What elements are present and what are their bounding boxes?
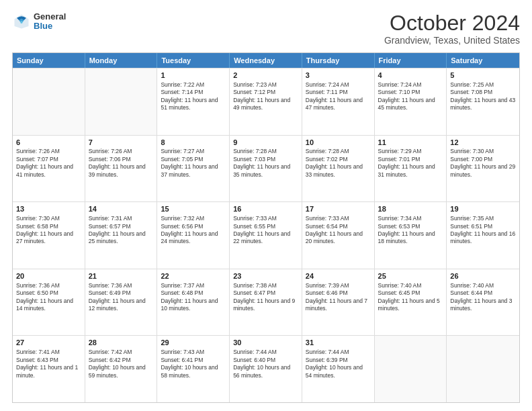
calendar-row-4: 20Sunrise: 7:36 AMSunset: 6:50 PMDayligh… <box>13 269 519 336</box>
day-number: 10 <box>306 138 371 148</box>
day-number: 9 <box>233 138 298 148</box>
cell-info: Sunrise: 7:23 AMSunset: 7:12 PMDaylight:… <box>233 81 298 112</box>
day-number: 1 <box>161 71 226 81</box>
day-number: 24 <box>306 271 371 281</box>
cell-info: Sunrise: 7:40 AMSunset: 6:45 PMDaylight:… <box>378 282 443 313</box>
cell-info: Sunrise: 7:33 AMSunset: 6:54 PMDaylight:… <box>306 215 371 246</box>
calendar-row-3: 13Sunrise: 7:30 AMSunset: 6:58 PMDayligh… <box>13 201 519 269</box>
calendar-cell: 2Sunrise: 7:23 AMSunset: 7:12 PMDaylight… <box>230 68 302 135</box>
header-day-tuesday: Tuesday <box>157 53 230 68</box>
day-number: 18 <box>378 204 443 214</box>
calendar-cell: 29Sunrise: 7:43 AMSunset: 6:41 PMDayligh… <box>157 336 230 402</box>
cell-info: Sunrise: 7:25 AMSunset: 7:08 PMDaylight:… <box>450 81 516 112</box>
page: General Blue October 2024 Grandview, Tex… <box>0 0 532 411</box>
calendar-cell: 11Sunrise: 7:29 AMSunset: 7:01 PMDayligh… <box>375 136 447 202</box>
day-number: 30 <box>233 338 298 348</box>
calendar-cell: 18Sunrise: 7:34 AMSunset: 6:53 PMDayligh… <box>375 202 447 269</box>
day-number: 8 <box>161 138 226 148</box>
calendar-row-1: 1Sunrise: 7:22 AMSunset: 7:14 PMDaylight… <box>13 68 519 135</box>
day-number: 20 <box>16 271 81 281</box>
cell-info: Sunrise: 7:37 AMSunset: 6:48 PMDaylight:… <box>161 282 226 313</box>
logo-icon <box>12 12 31 31</box>
calendar-cell: 20Sunrise: 7:36 AMSunset: 6:50 PMDayligh… <box>13 269 85 336</box>
day-number: 27 <box>16 338 81 348</box>
calendar: SundayMondayTuesdayWednesdayThursdayFrid… <box>12 52 520 403</box>
cell-info: Sunrise: 7:32 AMSunset: 6:56 PMDaylight:… <box>161 215 226 246</box>
cell-info: Sunrise: 7:29 AMSunset: 7:01 PMDaylight:… <box>378 148 443 179</box>
calendar-cell: 15Sunrise: 7:32 AMSunset: 6:56 PMDayligh… <box>157 202 230 269</box>
cell-info: Sunrise: 7:24 AMSunset: 7:11 PMDaylight:… <box>306 81 371 112</box>
cell-info: Sunrise: 7:44 AMSunset: 6:39 PMDaylight:… <box>306 349 371 379</box>
day-number: 26 <box>450 271 516 281</box>
day-number: 4 <box>378 71 443 81</box>
location: Grandview, Texas, United States <box>384 35 520 46</box>
day-number: 28 <box>89 338 154 348</box>
cell-info: Sunrise: 7:31 AMSunset: 6:57 PMDaylight:… <box>89 215 154 246</box>
day-number: 17 <box>306 204 371 214</box>
cell-info: Sunrise: 7:39 AMSunset: 6:46 PMDaylight:… <box>306 282 371 313</box>
calendar-row-2: 6Sunrise: 7:26 AMSunset: 7:07 PMDaylight… <box>13 135 519 202</box>
calendar-cell: 9Sunrise: 7:28 AMSunset: 7:03 PMDaylight… <box>230 136 302 202</box>
calendar-cell: 25Sunrise: 7:40 AMSunset: 6:45 PMDayligh… <box>375 269 447 336</box>
calendar-cell: 19Sunrise: 7:35 AMSunset: 6:51 PMDayligh… <box>447 202 519 269</box>
month-title: October 2024 <box>384 12 520 34</box>
cell-info: Sunrise: 7:33 AMSunset: 6:55 PMDaylight:… <box>233 215 298 246</box>
calendar-cell: 28Sunrise: 7:42 AMSunset: 6:42 PMDayligh… <box>85 336 158 402</box>
calendar-row-5: 27Sunrise: 7:41 AMSunset: 6:43 PMDayligh… <box>13 335 519 402</box>
header-day-thursday: Thursday <box>302 53 375 68</box>
cell-info: Sunrise: 7:24 AMSunset: 7:10 PMDaylight:… <box>378 81 443 112</box>
header-day-sunday: Sunday <box>13 53 85 68</box>
cell-info: Sunrise: 7:38 AMSunset: 6:47 PMDaylight:… <box>233 282 298 313</box>
calendar-body: 1Sunrise: 7:22 AMSunset: 7:14 PMDaylight… <box>13 68 519 402</box>
calendar-cell <box>375 336 447 402</box>
cell-info: Sunrise: 7:40 AMSunset: 6:44 PMDaylight:… <box>450 282 516 313</box>
day-number: 23 <box>233 271 298 281</box>
cell-info: Sunrise: 7:28 AMSunset: 7:02 PMDaylight:… <box>306 148 371 179</box>
calendar-cell: 4Sunrise: 7:24 AMSunset: 7:10 PMDaylight… <box>375 68 447 135</box>
calendar-cell: 31Sunrise: 7:44 AMSunset: 6:39 PMDayligh… <box>302 336 375 402</box>
day-number: 7 <box>89 138 154 148</box>
calendar-cell: 1Sunrise: 7:22 AMSunset: 7:14 PMDaylight… <box>157 68 230 135</box>
calendar-cell: 22Sunrise: 7:37 AMSunset: 6:48 PMDayligh… <box>157 269 230 336</box>
calendar-cell: 27Sunrise: 7:41 AMSunset: 6:43 PMDayligh… <box>13 336 85 402</box>
day-number: 15 <box>161 204 226 214</box>
day-number: 22 <box>161 271 226 281</box>
day-number: 19 <box>450 204 516 214</box>
calendar-cell: 30Sunrise: 7:44 AMSunset: 6:40 PMDayligh… <box>230 336 302 402</box>
calendar-cell: 26Sunrise: 7:40 AMSunset: 6:44 PMDayligh… <box>447 269 519 336</box>
cell-info: Sunrise: 7:30 AMSunset: 7:00 PMDaylight:… <box>450 148 516 179</box>
cell-info: Sunrise: 7:26 AMSunset: 7:07 PMDaylight:… <box>16 148 81 179</box>
logo-blue-text: Blue <box>34 21 66 31</box>
cell-info: Sunrise: 7:22 AMSunset: 7:14 PMDaylight:… <box>161 81 226 112</box>
calendar-cell: 6Sunrise: 7:26 AMSunset: 7:07 PMDaylight… <box>13 136 85 202</box>
calendar-cell: 21Sunrise: 7:36 AMSunset: 6:49 PMDayligh… <box>85 269 158 336</box>
logo: General Blue <box>12 12 66 32</box>
day-number: 14 <box>89 204 154 214</box>
calendar-cell <box>13 68 85 135</box>
calendar-cell: 12Sunrise: 7:30 AMSunset: 7:00 PMDayligh… <box>447 136 519 202</box>
calendar-cell: 23Sunrise: 7:38 AMSunset: 6:47 PMDayligh… <box>230 269 302 336</box>
header-day-saturday: Saturday <box>447 53 519 68</box>
cell-info: Sunrise: 7:42 AMSunset: 6:42 PMDaylight:… <box>89 349 154 379</box>
title-block: October 2024 Grandview, Texas, United St… <box>384 12 520 46</box>
calendar-cell: 8Sunrise: 7:27 AMSunset: 7:05 PMDaylight… <box>157 136 230 202</box>
calendar-cell <box>447 336 519 402</box>
cell-info: Sunrise: 7:30 AMSunset: 6:58 PMDaylight:… <box>16 215 81 246</box>
calendar-cell: 16Sunrise: 7:33 AMSunset: 6:55 PMDayligh… <box>230 202 302 269</box>
cell-info: Sunrise: 7:41 AMSunset: 6:43 PMDaylight:… <box>16 349 81 379</box>
cell-info: Sunrise: 7:27 AMSunset: 7:05 PMDaylight:… <box>161 148 226 179</box>
cell-info: Sunrise: 7:36 AMSunset: 6:50 PMDaylight:… <box>16 282 81 313</box>
cell-info: Sunrise: 7:44 AMSunset: 6:40 PMDaylight:… <box>233 349 298 379</box>
calendar-cell: 5Sunrise: 7:25 AMSunset: 7:08 PMDaylight… <box>447 68 519 135</box>
logo-general-text: General <box>34 12 66 21</box>
day-number: 25 <box>378 271 443 281</box>
cell-info: Sunrise: 7:26 AMSunset: 7:06 PMDaylight:… <box>89 148 154 179</box>
cell-info: Sunrise: 7:34 AMSunset: 6:53 PMDaylight:… <box>378 215 443 246</box>
calendar-cell <box>85 68 158 135</box>
day-number: 5 <box>450 71 516 81</box>
cell-info: Sunrise: 7:36 AMSunset: 6:49 PMDaylight:… <box>89 282 154 313</box>
logo-text: General Blue <box>34 12 66 32</box>
calendar-cell: 17Sunrise: 7:33 AMSunset: 6:54 PMDayligh… <box>302 202 375 269</box>
calendar-cell: 24Sunrise: 7:39 AMSunset: 6:46 PMDayligh… <box>302 269 375 336</box>
day-number: 3 <box>306 71 371 81</box>
